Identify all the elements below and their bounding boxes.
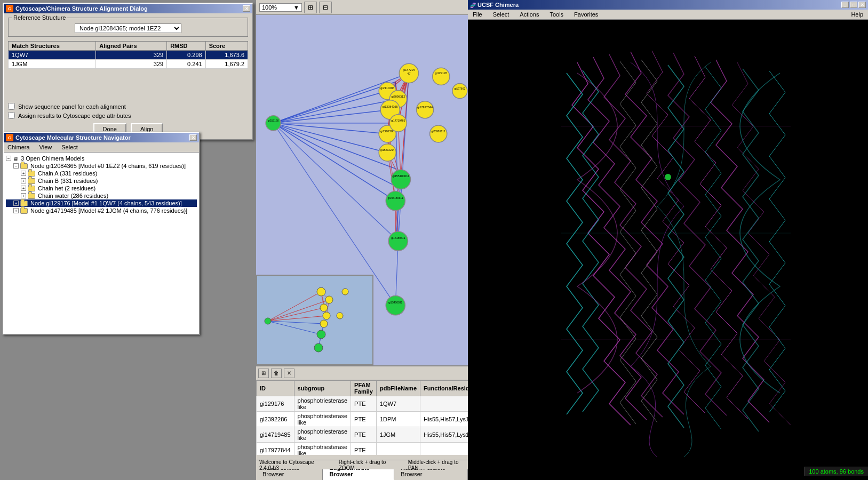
attribute-table-scroll[interactable]: ID subgroup PFAM Family pdbFileName Func… — [256, 380, 468, 455]
tree-label-cb: Chain B (331 residues) — [38, 178, 98, 184]
zoom-dropdown-arrow[interactable]: ▼ — [293, 4, 299, 11]
tree-panel[interactable]: − 🖥 3 Open Chimera Models − Node gi12084… — [4, 153, 199, 334]
layout-btn[interactable]: ⊟ — [319, 2, 332, 13]
attr-btn-3[interactable]: ✕ — [284, 369, 294, 378]
th-score[interactable]: Score — [205, 42, 248, 51]
reference-structure-group: Reference Structure Node gi12084365; mod… — [8, 18, 248, 37]
nav-menu-select[interactable]: Select — [60, 143, 79, 151]
tree-toggle-2[interactable]: + — [13, 208, 19, 213]
chimera-menu-favorites[interactable]: Favorites — [572, 11, 600, 18]
svg-point-57 — [452, 83, 467, 98]
svg-line-3 — [273, 91, 387, 123]
chimera-window: 🧬 UCSF Chimera _ □ ✕ File Select Actions… — [468, 0, 868, 480]
th-aligned[interactable]: Aligned Pairs — [96, 42, 167, 51]
svg-text:gi17977844: gi17977844 — [417, 106, 433, 109]
svg-text:gi15400032: gi15400032 — [388, 301, 402, 304]
attr-row-2[interactable]: gi14719485 phosphotriesterase like PTE 1… — [257, 427, 468, 443]
reference-dropdown[interactable]: Node gi12084365; model 1EZ2 — [75, 23, 181, 33]
tree-toggle-0[interactable]: − — [13, 163, 19, 169]
folder-icon-water — [28, 193, 35, 199]
th-match[interactable]: Match Structures — [9, 42, 96, 51]
fit-network-btn[interactable]: ⊞ — [304, 2, 317, 13]
svg-point-79 — [386, 295, 405, 315]
nav-menu-chimera[interactable]: Chimera — [6, 143, 31, 151]
attr-row-1[interactable]: gi2392286 phosphotriesterase like PTE 1D… — [257, 412, 468, 427]
tree-root-toggle[interactable]: − — [6, 156, 11, 161]
chimera-menu-actions[interactable]: Actions — [518, 11, 540, 18]
nav-menu-view[interactable]: View — [38, 143, 54, 151]
chimera-menu-file[interactable]: File — [471, 11, 484, 18]
chimera-menu-help[interactable]: Help — [849, 11, 865, 18]
attr-row-3[interactable]: gi17977844 phosphotriesterase like PTE — [257, 443, 468, 455]
dialog-close-btn[interactable]: ✕ — [243, 5, 250, 12]
tree-item-chain-b[interactable]: + Chain B (331 residues) — [6, 177, 197, 185]
svg-text:gi137662: gi137662 — [455, 87, 466, 90]
chimera-title-icon: 🧬 — [470, 3, 476, 8]
tree-toggle-cb[interactable]: + — [21, 178, 26, 183]
tree-toggle-het[interactable]: + — [21, 186, 26, 191]
chimera-close-btn[interactable]: ✕ — [858, 2, 866, 8]
zoom-dropdown[interactable]: 100% ▼ — [259, 3, 302, 12]
cell-match-1: 1JGM — [9, 60, 96, 69]
cell-score-0: 1,673.6 — [205, 51, 248, 60]
dialog-controls[interactable]: ✕ — [243, 5, 250, 12]
cell-subgroup-1: phosphotriesterase like — [294, 412, 351, 427]
chimera-title-text: UCSF Chimera — [477, 2, 519, 8]
folder-icon-0 — [20, 163, 28, 169]
chimera-maximize-btn[interactable]: □ — [850, 2, 857, 8]
tree-toggle-1[interactable]: + — [13, 201, 19, 206]
folder-icon-het — [28, 186, 35, 191]
col-subgroup[interactable]: subgroup — [294, 381, 351, 396]
svg-text:gi147294: gi147294 — [403, 68, 415, 71]
th-rmsd[interactable]: RMSD — [167, 42, 205, 51]
tree-toggle-water[interactable]: + — [21, 193, 26, 198]
col-id[interactable]: ID — [257, 381, 294, 396]
cell-rmsd-1: 0.241 — [167, 60, 205, 69]
cytoscape-toolbar: 100% ▼ ⊞ ⊟ — [256, 0, 468, 15]
navigator-titlebar: C Cytoscape Molecular Structure Navigato… — [4, 133, 199, 142]
tree-item-1[interactable]: + Node gi129176 [Model #1 1QW7 (4 chains… — [6, 199, 197, 207]
tree-item-2[interactable]: + Node gi14719485 [Model #2 1JGM (4 chai… — [6, 207, 197, 214]
svg-text:gi2392286: gi2392286 — [380, 130, 394, 133]
attr-btn-2[interactable]: 🗑 — [271, 369, 282, 378]
show-sequence-checkbox[interactable] — [8, 103, 15, 110]
attr-row-0[interactable]: gi129176 phosphotriesterase like PTE 1QW… — [257, 396, 468, 412]
nav-menubar: Chimera View Select — [4, 142, 199, 153]
tree-item-0[interactable]: − Node gi12084365 [Model #0 1EZ2 (4 chai… — [6, 162, 197, 170]
cell-func-2: His55,His57,Lys169,His201,His — [420, 427, 468, 443]
match-row-0[interactable]: 1QW7 329 0.298 1,673.6 — [9, 51, 248, 60]
tree-root[interactable]: − 🖥 3 Open Chimera Models — [6, 155, 197, 162]
chimera-controls[interactable]: _ □ ✕ — [841, 2, 866, 8]
tree-label-het: Chain het (2 residues) — [38, 185, 95, 191]
assign-results-checkbox[interactable] — [8, 112, 15, 119]
chimera-menu-tools[interactable]: Tools — [548, 11, 565, 18]
chimera-minimize-btn[interactable]: _ — [841, 2, 849, 8]
status-bar: Welcome to Cytoscape 2.4.0-b3 Right-clic… — [256, 460, 468, 469]
svg-point-101 — [320, 304, 328, 311]
col-pfam[interactable]: PFAM Family — [351, 381, 377, 396]
chimera-menubar: File Select Actions Tools Favorites Help — [468, 10, 868, 20]
navigator-close-btn[interactable]: ✕ — [189, 134, 197, 141]
mini-map — [256, 275, 373, 365]
mini-map-svg — [257, 276, 373, 365]
col-functional[interactable]: FunctionalResidues — [420, 381, 468, 396]
tree-item-chain-water[interactable]: + Chain water (286 residues) — [6, 192, 197, 199]
status-right: Middle-click + drag to PAN — [408, 459, 465, 471]
navigator-controls[interactable]: ✕ — [189, 134, 197, 141]
empty-space — [8, 69, 248, 101]
svg-point-102 — [323, 312, 330, 319]
cell-id-1: gi2392286 — [257, 412, 294, 427]
chimera-menu-select[interactable]: Select — [491, 11, 511, 18]
svg-point-106 — [314, 343, 323, 352]
zoom-value: 100% — [262, 4, 277, 11]
tree-item-chain-het[interactable]: + Chain het (2 residues) — [6, 185, 197, 192]
cell-pfam-1: PTE — [351, 412, 377, 427]
tree-item-chain-a[interactable]: + Chain A (331 residues) — [6, 170, 197, 177]
attr-btn-1[interactable]: ⊞ — [258, 369, 269, 378]
chimera-status: 100 atoms, 96 bonds — [804, 467, 868, 476]
col-pdb[interactable]: pdbFileName — [376, 381, 420, 396]
tree-toggle-ca[interactable]: + — [21, 171, 26, 176]
match-row-1[interactable]: 1JGM 329 0.241 1,679.2 — [9, 60, 248, 69]
cell-match-0: 1QW7 — [9, 51, 96, 60]
checkbox-row-1: Show sequence panel for each alignment — [8, 103, 248, 110]
